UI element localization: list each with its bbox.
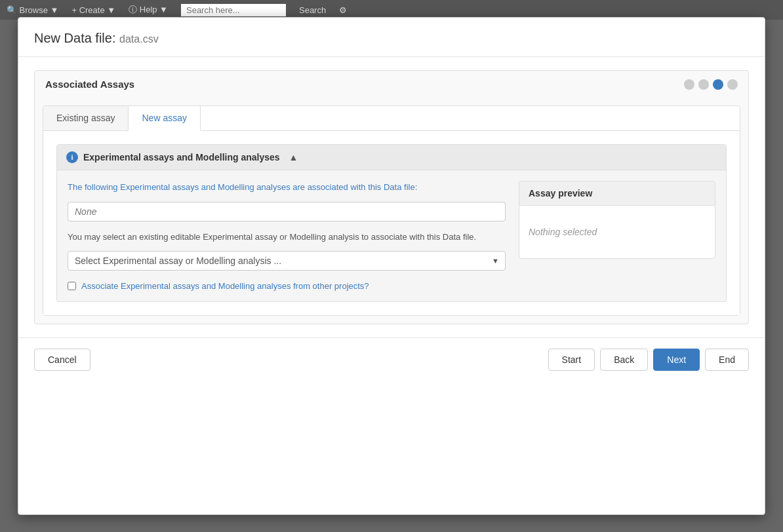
may-select-text: You may select an existing editable Expe… [68, 231, 506, 244]
modal-filename: data.csv [119, 33, 159, 45]
tab-new-assay[interactable]: New assay [129, 106, 200, 131]
step-dot-1 [684, 79, 694, 90]
modal-header: New Data file: data.csv [18, 18, 765, 57]
preview-box: Assay preview Nothing selected [519, 181, 715, 259]
search-input[interactable] [181, 4, 286, 16]
browse-nav[interactable]: 🔍 Browse ▼ [7, 5, 58, 15]
step-dot-3 [713, 79, 723, 90]
tabs-container: Existing assay New assay i Experimental … [43, 105, 740, 316]
modal-dialog: New Data file: data.csv Associated Assay… [18, 17, 765, 515]
section-panel: Associated Assays Existing assay New ass… [34, 70, 749, 324]
step-dot-4 [727, 79, 738, 90]
assay-preview-column: Assay preview Nothing selected [519, 181, 715, 291]
assays-left: The following Experimental assays and Mo… [68, 181, 506, 291]
checkbox-label[interactable]: Associate Experimental assays and Modell… [81, 281, 369, 291]
info-icon: i [66, 151, 78, 163]
assays-box-title: Experimental assays and Modelling analys… [83, 152, 280, 162]
end-button[interactable]: End [705, 349, 749, 371]
checkbox-row: Associate Experimental assays and Modell… [68, 281, 506, 291]
current-assays-input [68, 202, 506, 221]
help-nav[interactable]: ⓘ Help ▼ [129, 4, 168, 16]
settings-icon[interactable]: ⚙ [339, 5, 347, 15]
preview-title: Assay preview [519, 181, 715, 206]
section-header: Associated Assays [35, 71, 748, 98]
cancel-button[interactable]: Cancel [34, 349, 90, 371]
footer-btn-group: Start Back Next End [548, 349, 749, 371]
modal-footer: Cancel Start Back Next End [18, 337, 765, 381]
search-button[interactable]: Search [299, 5, 326, 15]
assays-box: i Experimental assays and Modelling anal… [56, 144, 727, 302]
collapse-icon: ▲ [289, 152, 298, 162]
start-button[interactable]: Start [548, 349, 595, 371]
nothing-selected-text: Nothing selected [529, 227, 597, 237]
step-dot-2 [698, 79, 709, 90]
tab-existing-assay[interactable]: Existing assay [43, 106, 129, 130]
back-button[interactable]: Back [600, 349, 648, 371]
preview-body: Nothing selected [519, 206, 715, 258]
step-indicators [684, 79, 738, 90]
tabs-header: Existing assay New assay [43, 106, 740, 131]
select-wrapper: Select Experimental assay or Modelling a… [68, 251, 506, 271]
modal-title: New Data file: data.csv [34, 31, 749, 46]
modal-title-text: New Data file: [34, 31, 116, 45]
other-projects-checkbox[interactable] [68, 282, 76, 290]
assay-select[interactable]: Select Experimental assay or Modelling a… [68, 251, 506, 271]
assays-description: The following Experimental assays and Mo… [68, 181, 506, 194]
assays-box-header[interactable]: i Experimental assays and Modelling anal… [57, 145, 726, 170]
modal-body: Associated Assays Existing assay New ass… [18, 57, 765, 337]
assays-box-body: The following Experimental assays and Mo… [57, 170, 726, 301]
next-button[interactable]: Next [653, 349, 700, 371]
tab-content: i Experimental assays and Modelling anal… [43, 131, 740, 315]
section-title: Associated Assays [45, 79, 134, 90]
create-nav[interactable]: + Create ▼ [71, 5, 115, 15]
